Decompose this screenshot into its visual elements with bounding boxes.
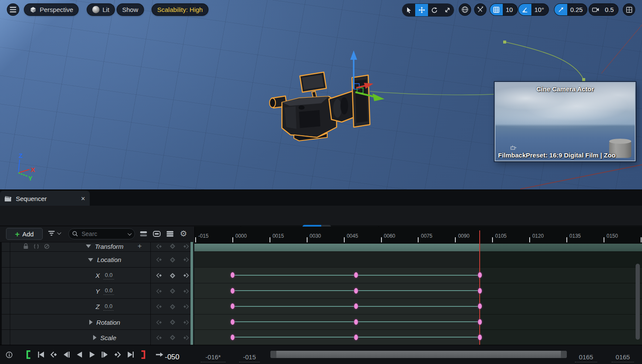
- viewport-scalability-button[interactable]: Scalability: High: [152, 3, 208, 16]
- view-density-list-button[interactable]: [166, 230, 174, 237]
- track-add-section-button[interactable]: +: [138, 242, 142, 251]
- set-playback-start-button[interactable]: [22, 350, 34, 359]
- previous-keyframe-button[interactable]: [156, 244, 162, 249]
- select-tool-button[interactable]: [402, 4, 415, 16]
- search-input[interactable]: [81, 230, 126, 238]
- sequencer-settings-button[interactable]: ⚙: [180, 230, 187, 238]
- view-density-relaxed-button[interactable]: [152, 230, 161, 237]
- play-button[interactable]: [86, 350, 98, 359]
- rotation-snap-value[interactable]: 10°: [531, 4, 548, 15]
- scale-snap-value[interactable]: 0.25: [567, 4, 587, 15]
- track-row-location[interactable]: Location: [2, 251, 191, 267]
- expander-down-icon[interactable]: [86, 245, 91, 248]
- search-box[interactable]: [68, 228, 135, 239]
- track-row-scale[interactable]: Scale: [2, 329, 191, 345]
- path-point[interactable]: [582, 78, 585, 81]
- previous-keyframe-button[interactable]: [156, 320, 162, 325]
- tab-close-icon[interactable]: ✕: [81, 195, 85, 202]
- previous-keyframe-button[interactable]: [156, 304, 162, 309]
- keyframe-scale-0[interactable]: [231, 335, 235, 340]
- go-to-front-button[interactable]: [35, 350, 47, 359]
- view-range-start-field[interactable]: -016*: [201, 353, 226, 362]
- rotate-tool-button[interactable]: [428, 4, 441, 16]
- track-row-x[interactable]: X0.0: [2, 267, 191, 283]
- timeline-ruler[interactable]: -015000000150030004500600075009001050120…: [194, 227, 642, 244]
- viewport-perspective-button[interactable]: Perspective: [24, 3, 79, 16]
- keyframe-scale-50[interactable]: [354, 335, 358, 340]
- track-row-y[interactable]: Y0.0: [2, 283, 191, 298]
- go-to-end-button[interactable]: [125, 350, 136, 359]
- viewport-show-button[interactable]: Show: [117, 3, 144, 16]
- keyframe-x-0[interactable]: [231, 272, 235, 278]
- keyframe-y-0[interactable]: [231, 288, 235, 294]
- current-frame-field[interactable]: -050: [161, 353, 183, 361]
- next-keyframe-button[interactable]: [183, 304, 189, 309]
- solo-icon[interactable]: [33, 244, 39, 249]
- grid-snap-value[interactable]: 10: [503, 4, 517, 15]
- next-keyframe-button[interactable]: [183, 273, 189, 278]
- keyframe-rotation-0[interactable]: [231, 319, 235, 325]
- cine-camera-actor[interactable]: [270, 72, 370, 141]
- step-forward-button[interactable]: [99, 350, 111, 359]
- play-reverse-button[interactable]: [73, 350, 85, 359]
- add-keyframe-button[interactable]: [170, 335, 176, 341]
- camera-speed-control[interactable]: 0.5: [589, 3, 619, 16]
- previous-keyframe-button[interactable]: [156, 335, 162, 341]
- channel-value-field[interactable]: 0.0: [103, 303, 114, 311]
- grid-snap-icon[interactable]: [490, 4, 503, 15]
- working-range-start-field[interactable]: -015: [239, 353, 260, 362]
- add-keyframe-button[interactable]: [170, 288, 176, 294]
- viewport-menu-button[interactable]: [7, 3, 19, 16]
- track-row-rotation[interactable]: Rotation: [2, 314, 191, 329]
- next-keyframe-button[interactable]: [183, 244, 189, 249]
- filter-button[interactable]: [48, 230, 61, 236]
- channel-value-field[interactable]: 0.0: [103, 287, 114, 295]
- actor-snap-button[interactable]: [474, 3, 487, 16]
- expander-down-icon[interactable]: [88, 258, 93, 262]
- keyframe-rotation-100[interactable]: [478, 319, 482, 325]
- add-track-button[interactable]: + Add: [6, 228, 43, 240]
- track-row-transform[interactable]: Transform+: [2, 242, 191, 251]
- sequencer-tab[interactable]: Sequencer ✕: [0, 191, 90, 206]
- view-range-end-field[interactable]: 0165: [612, 353, 634, 362]
- keyframe-x-100[interactable]: [478, 272, 482, 278]
- keyframe-rotation-50[interactable]: [354, 319, 358, 325]
- surface-snap-button[interactable]: [459, 3, 471, 16]
- scale-tool-button[interactable]: [441, 4, 454, 16]
- set-playback-end-button[interactable]: [138, 350, 149, 359]
- timeline-horizontal-scrollbar[interactable]: [270, 351, 567, 358]
- keyframe-y-50[interactable]: [354, 288, 358, 294]
- mute-icon[interactable]: [44, 244, 50, 249]
- path-point[interactable]: [503, 41, 506, 44]
- viewport-3d[interactable]: Z X Y Perspective Lit Show Scalabil: [0, 0, 642, 189]
- add-keyframe-button[interactable]: [170, 243, 176, 249]
- previous-keyframe-button[interactable]: [48, 350, 59, 359]
- next-keyframe-button[interactable]: [183, 335, 189, 341]
- add-keyframe-button[interactable]: [170, 273, 176, 279]
- next-keyframe-button[interactable]: [183, 257, 189, 262]
- keyframe-z-0[interactable]: [231, 303, 235, 309]
- view-density-compact-button[interactable]: [139, 230, 148, 237]
- angle-snap-icon[interactable]: [519, 4, 531, 15]
- previous-keyframe-button[interactable]: [156, 273, 162, 278]
- add-keyframe-button[interactable]: [170, 304, 176, 310]
- working-range-end-field[interactable]: 0165: [575, 353, 597, 362]
- track-row-z[interactable]: Z0.0: [2, 298, 191, 314]
- next-keyframe-button[interactable]: [183, 288, 189, 294]
- grid-snap-control[interactable]: 10: [490, 3, 518, 16]
- next-keyframe-button[interactable]: [183, 320, 189, 325]
- scale-snap-control[interactable]: 0.25: [554, 3, 587, 16]
- keyframe-scale-100[interactable]: [478, 335, 482, 340]
- camera-speed-value[interactable]: 0.5: [602, 4, 618, 15]
- add-keyframe-button[interactable]: [170, 319, 176, 325]
- channel-value-field[interactable]: 0.0: [103, 272, 114, 280]
- camera-speed-icon[interactable]: [589, 4, 602, 15]
- lock-icon[interactable]: [23, 243, 29, 249]
- step-backward-button[interactable]: [61, 350, 72, 359]
- info-button[interactable]: [3, 350, 15, 359]
- timeline-vertical-scrollbar[interactable]: [636, 264, 640, 340]
- pin-icon[interactable]: [510, 145, 517, 150]
- viewport-lit-button[interactable]: Lit: [87, 3, 115, 16]
- keyframe-z-100[interactable]: [478, 303, 482, 309]
- expander-right-icon[interactable]: [93, 335, 97, 340]
